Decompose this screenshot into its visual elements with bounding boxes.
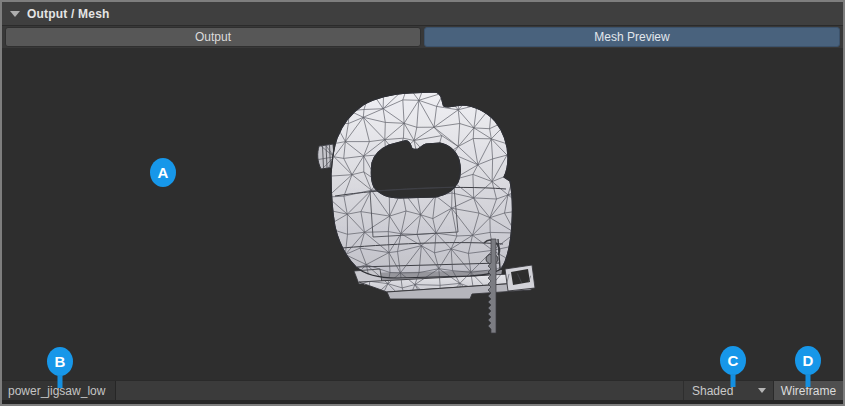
bottom-edge-strip — [2, 400, 843, 404]
shading-mode-dropdown[interactable]: Shaded — [683, 381, 773, 400]
annotation-marker-c: C — [720, 346, 746, 375]
output-mesh-panel: Output / Mesh Output Mesh Preview — [0, 0, 845, 406]
tab-mesh-preview-label: Mesh Preview — [594, 30, 669, 44]
bottom-bar-spacer — [116, 381, 683, 400]
chevron-down-icon — [758, 388, 766, 393]
panel-title: Output / Mesh — [27, 7, 110, 21]
marker-c-letter: C — [728, 352, 739, 369]
jigsaw-mesh — [2, 48, 843, 379]
shading-mode-value: Shaded — [692, 384, 733, 398]
annotation-marker-a: A — [150, 158, 176, 187]
preview-bottom-bar: power_jigsaw_low Shaded Wireframe — [2, 380, 843, 400]
annotation-marker-d: D — [795, 346, 821, 375]
tab-output[interactable]: Output — [5, 27, 421, 47]
panel-header: Output / Mesh — [2, 2, 843, 26]
tab-bar: Output Mesh Preview — [2, 26, 843, 48]
tab-output-label: Output — [195, 30, 231, 44]
foldout-triangle-icon[interactable] — [10, 11, 20, 17]
annotation-marker-b: B — [47, 347, 73, 376]
tab-mesh-preview[interactable]: Mesh Preview — [424, 27, 840, 47]
marker-b-letter: B — [55, 353, 66, 370]
marker-a-letter: A — [158, 164, 169, 181]
mesh-preview-viewport[interactable] — [2, 48, 843, 380]
marker-d-letter: D — [803, 352, 814, 369]
